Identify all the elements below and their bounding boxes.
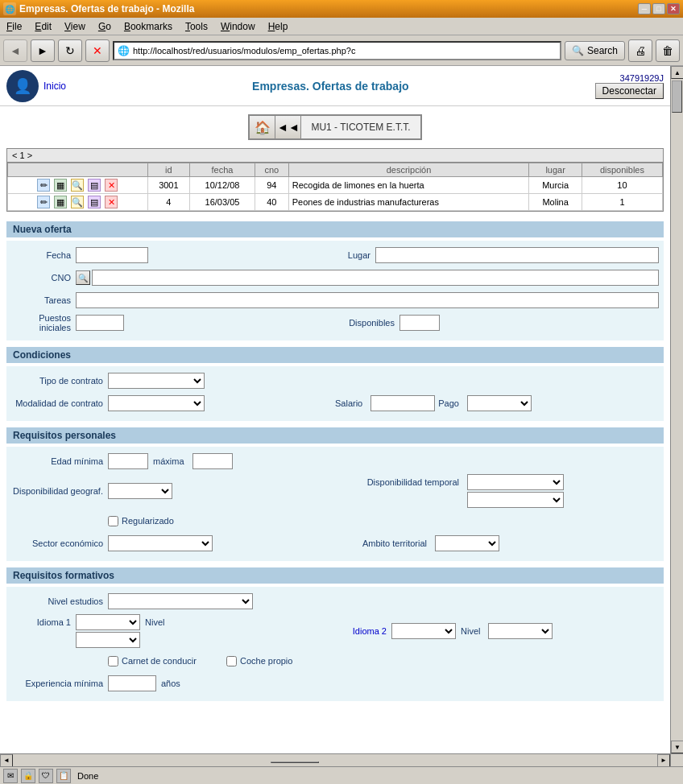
row1-cno: 94: [255, 177, 288, 194]
scroll-left-button[interactable]: ◄: [0, 754, 13, 767]
tareas-label: Tareas: [11, 295, 76, 305]
menu-tools[interactable]: Tools: [182, 19, 211, 34]
nueva-oferta-title: Nueva oferta: [13, 224, 72, 235]
status-text: Done: [77, 771, 98, 781]
inicio-link[interactable]: Inicio: [43, 80, 66, 92]
disponibles-input[interactable]: [399, 315, 440, 331]
user-id: 34791929J: [595, 73, 664, 83]
req-formativos-header: Requisitos formativos: [6, 567, 664, 584]
print-button[interactable]: 🖨: [628, 39, 652, 62]
edad-row: Edad mínima máxima: [11, 452, 659, 471]
disp-geograf-select[interactable]: [108, 483, 172, 499]
close-button[interactable]: ✕: [667, 3, 680, 14]
idioma2-nivel-select[interactable]: [488, 623, 553, 639]
condiciones-header: Condiciones: [6, 347, 664, 363]
experiencia-row: Experiencia mínima años: [11, 674, 659, 693]
disconnect-button[interactable]: Desconectar: [595, 83, 664, 99]
fecha-lugar-row: Fecha Lugar: [11, 246, 659, 265]
nivel-estudios-select[interactable]: [108, 593, 253, 609]
row1-delete-icon[interactable]: ✕: [105, 179, 118, 192]
scroll-thumb-horizontal[interactable]: [271, 761, 319, 763]
maximize-button[interactable]: □: [652, 3, 665, 14]
scroll-thumb-vertical[interactable]: [672, 80, 682, 113]
salario-input[interactable]: [370, 395, 435, 411]
regularizado-label: Regularizado: [122, 516, 179, 526]
scroll-down-button[interactable]: ▼: [671, 741, 683, 753]
row1-copy-icon[interactable]: ▦: [54, 179, 67, 192]
menu-bookmarks[interactable]: Bookmarks: [121, 19, 176, 34]
idioma2-select[interactable]: [391, 623, 456, 639]
lugar-input[interactable]: [375, 247, 659, 263]
experiencia-label: Experiencia mínima: [11, 679, 108, 688]
address-input[interactable]: [133, 46, 557, 56]
row1-descripcion: Recogida de limones en la huerta: [288, 177, 529, 194]
row1-edit-icon[interactable]: ✏: [37, 179, 50, 192]
status-icon-3: 🛡: [39, 769, 53, 783]
col-id: id: [147, 163, 189, 177]
row2-copy-icon[interactable]: ▦: [54, 196, 67, 208]
vertical-scrollbar[interactable]: ▲ ▼: [670, 66, 683, 753]
row1-fecha: 10/12/08: [190, 177, 255, 194]
row2-list-icon[interactable]: ▤: [88, 196, 101, 208]
row2-actions: ✏ ▦ 🔍 ▤ ✕: [8, 194, 148, 211]
row2-descripcion: Peones de industrias manufactureras: [288, 194, 529, 211]
modalidad-select[interactable]: [108, 395, 205, 411]
row2-edit-icon[interactable]: ✏: [37, 196, 50, 208]
disp-temporal-select1[interactable]: [467, 474, 564, 490]
status-icon-1: ✉: [3, 769, 18, 783]
search-button[interactable]: 🔍 Search: [565, 41, 625, 60]
app-logo: 👤: [6, 70, 39, 102]
row2-fecha: 16/03/05: [190, 194, 255, 211]
pago-select[interactable]: [467, 395, 532, 411]
menu-view[interactable]: View: [61, 19, 89, 34]
tipo-contrato-select[interactable]: [108, 373, 205, 389]
puestos-input[interactable]: [76, 315, 124, 331]
regularizado-checkbox[interactable]: [108, 516, 118, 526]
cno-input[interactable]: [92, 270, 659, 286]
cno-search-button[interactable]: 🔍: [76, 270, 90, 285]
fecha-label: Fecha: [11, 250, 76, 260]
col-disponibles: disponibles: [582, 163, 662, 177]
edad-maxima-input[interactable]: [192, 453, 233, 469]
menu-edit[interactable]: Edit: [31, 19, 55, 34]
forward-button[interactable]: ►: [31, 39, 55, 62]
coche-checkbox[interactable]: [226, 656, 237, 666]
row1-search-icon[interactable]: 🔍: [71, 179, 84, 192]
row1-list-icon[interactable]: ▤: [88, 179, 101, 192]
company-back-button[interactable]: ◄◄: [275, 116, 301, 138]
idioma1-nivel-select[interactable]: [76, 632, 140, 648]
disponibles-label: Disponibles: [335, 318, 399, 328]
idioma1-select[interactable]: [76, 614, 140, 630]
stop-button[interactable]: ✕: [85, 39, 110, 62]
row2-search-icon[interactable]: 🔍: [71, 196, 84, 208]
fecha-input[interactable]: [76, 247, 148, 263]
tareas-row: Tareas: [11, 291, 659, 310]
trash-button[interactable]: 🗑: [656, 39, 680, 62]
edad-minima-input[interactable]: [108, 453, 148, 469]
experiencia-input[interactable]: [108, 675, 156, 691]
row2-delete-icon[interactable]: ✕: [105, 196, 118, 208]
sector-economico-select[interactable]: [108, 535, 213, 551]
horizontal-scrollbar[interactable]: ◄ ►: [0, 753, 670, 766]
scroll-up-button[interactable]: ▲: [671, 66, 683, 79]
table-pagination: < 1 >: [7, 149, 663, 163]
row2-disponibles: 1: [582, 194, 662, 211]
scroll-right-button[interactable]: ►: [657, 754, 670, 767]
minimize-button[interactable]: ─: [638, 3, 651, 14]
tareas-input[interactable]: [76, 292, 659, 308]
menu-go[interactable]: Go: [95, 19, 114, 34]
company-home-button[interactable]: 🏠: [250, 116, 275, 138]
menu-file[interactable]: File: [3, 19, 25, 34]
disp-temporal-select2[interactable]: [467, 492, 564, 508]
carnet-checkbox[interactable]: [108, 656, 118, 666]
carnet-label: Carnet de conducir: [122, 656, 226, 666]
search-label: Search: [587, 45, 618, 56]
scroll-track-vertical[interactable]: [671, 79, 683, 741]
reload-button[interactable]: ↻: [58, 39, 82, 62]
menu-help[interactable]: Help: [265, 19, 292, 34]
back-button[interactable]: ◄: [3, 39, 27, 62]
menu-window[interactable]: Window: [217, 19, 259, 34]
data-table: id fecha cno descripción lugar disponibl…: [7, 163, 663, 211]
ambito-territorial-select[interactable]: [435, 535, 499, 551]
table-header-row: id fecha cno descripción lugar disponibl…: [8, 163, 663, 177]
